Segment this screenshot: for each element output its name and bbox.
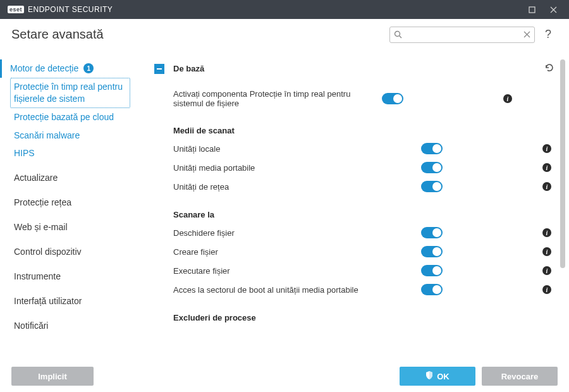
toggle-boot-sector[interactable] xyxy=(421,284,443,295)
sidebar-item-hips[interactable]: HIPS xyxy=(10,144,150,162)
row-local-drives: Unități locale i xyxy=(150,139,556,158)
svg-rect-0 xyxy=(529,7,535,13)
search-field[interactable] xyxy=(389,27,535,43)
row-label: Unități media portabile xyxy=(173,163,421,173)
sidebar-item-user-interface[interactable]: Interfață utilizator xyxy=(10,292,150,310)
info-icon[interactable]: i xyxy=(542,228,551,237)
toggle-portable-media[interactable] xyxy=(421,162,443,173)
sidebar-item-label: Interfață utilizator xyxy=(14,296,82,306)
subheading-media: Medii de scanat xyxy=(150,112,556,139)
header: Setare avansată ? xyxy=(0,19,569,51)
section-title: De bază xyxy=(173,64,534,73)
row-boot-sector: Acces la sectorul de boot al unității me… xyxy=(150,280,556,299)
info-icon[interactable]: i xyxy=(542,163,551,172)
sidebar-item-tools[interactable]: Instrumente xyxy=(10,267,150,286)
help-button[interactable]: ? xyxy=(539,28,558,41)
collapse-toggle[interactable] xyxy=(154,64,164,74)
toggle-file-open[interactable] xyxy=(421,227,443,238)
toggle-file-exec[interactable] xyxy=(421,265,443,276)
undo-button[interactable] xyxy=(542,61,556,77)
sidebar-item-label: Instrumente xyxy=(14,271,61,281)
sidebar-item-label: Protecție bazată pe cloud xyxy=(14,112,114,122)
ok-label: OK xyxy=(437,372,450,381)
svg-point-3 xyxy=(395,32,400,37)
info-icon[interactable]: i xyxy=(542,182,551,191)
row-network-drives: Unități de rețea i xyxy=(150,177,556,196)
sidebar-item-label: HIPS xyxy=(14,148,35,158)
row-file-create: Creare fișier i xyxy=(150,242,556,261)
window-close-button[interactable] xyxy=(542,0,564,19)
sidebar: Motor de detecție 1 Protecție în timp re… xyxy=(0,51,150,360)
row-label: Acces la sectorul de boot al unității me… xyxy=(173,285,421,295)
search-icon xyxy=(390,30,405,39)
subheading-process-exclusions: Excluderi de procese xyxy=(150,299,556,326)
row-portable-media: Unități media portabile i xyxy=(150,158,556,177)
sidebar-item-label: Scanări malware xyxy=(14,130,80,140)
row-label: Unități locale xyxy=(173,144,421,154)
footer: Implicit OK Revocare xyxy=(0,360,569,392)
sidebar-item-network-protection[interactable]: Protecție rețea xyxy=(10,193,150,212)
brand: eset ENDPOINT SECURITY xyxy=(8,5,113,14)
sidebar-item-detection-engine[interactable]: Motor de detecție 1 xyxy=(0,59,150,78)
sidebar-item-label: Protecție în timp real pentru fișierele … xyxy=(14,82,123,104)
toggle-enable-realtime[interactable] xyxy=(382,93,403,104)
sidebar-item-label: Notificări xyxy=(14,321,48,331)
sidebar-item-device-control[interactable]: Control dispozitiv xyxy=(10,243,150,261)
badge: 1 xyxy=(83,63,94,73)
row-label: Unități de rețea xyxy=(173,182,421,192)
search-input[interactable] xyxy=(405,30,519,39)
row-label: Deschidere fișier xyxy=(173,228,421,238)
search-clear-button[interactable] xyxy=(519,31,534,38)
row-file-open: Deschidere fișier i xyxy=(150,223,556,242)
info-icon[interactable]: i xyxy=(542,144,551,153)
content-panel: De bază Activați componenta Protecție în… xyxy=(150,51,569,360)
sidebar-item-malware-scans[interactable]: Scanări malware xyxy=(10,126,150,145)
section-header-basic: De bază xyxy=(150,59,556,85)
subheading-scan-on: Scanare la xyxy=(150,196,556,223)
sidebar-item-cloud-protection[interactable]: Protecție bazată pe cloud xyxy=(10,108,150,126)
default-button[interactable]: Implicit xyxy=(11,367,94,386)
row-enable-realtime: Activați componenta Protecție în timp re… xyxy=(150,85,556,112)
shield-icon xyxy=(425,371,433,381)
scroll-thumb[interactable] xyxy=(560,59,565,268)
info-icon[interactable]: i xyxy=(542,285,551,294)
row-label: Activați componenta Protecție în timp re… xyxy=(173,89,382,108)
row-label: Executare fișier xyxy=(173,266,421,276)
eset-logo: eset xyxy=(8,6,24,13)
toggle-file-create[interactable] xyxy=(421,246,443,257)
product-name: ENDPOINT SECURITY xyxy=(28,5,113,14)
cancel-button[interactable]: Revocare xyxy=(482,367,558,386)
sidebar-item-label: Protecție rețea xyxy=(14,197,71,207)
sidebar-item-web-email[interactable]: Web și e-mail xyxy=(10,218,150,236)
info-icon[interactable]: i xyxy=(542,247,551,256)
page-title: Setare avansată xyxy=(11,27,389,42)
sidebar-item-label: Control dispozitiv xyxy=(14,247,82,257)
toggle-network-drives[interactable] xyxy=(421,181,443,192)
info-icon[interactable]: i xyxy=(503,94,512,103)
sidebar-item-label: Actualizare xyxy=(14,173,58,183)
titlebar: eset ENDPOINT SECURITY xyxy=(0,0,569,19)
scrollbar[interactable] xyxy=(560,59,565,357)
sidebar-item-label: Web și e-mail xyxy=(14,222,68,232)
ok-button[interactable]: OK xyxy=(400,367,475,386)
sidebar-item-label: Motor de detecție xyxy=(10,63,78,75)
svg-line-4 xyxy=(399,36,401,39)
sidebar-item-update[interactable]: Actualizare xyxy=(10,169,150,187)
window-maximize-button[interactable] xyxy=(521,0,542,19)
row-label: Creare fișier xyxy=(173,247,421,257)
sidebar-item-notifications[interactable]: Notificări xyxy=(10,317,150,335)
info-icon[interactable]: i xyxy=(542,266,551,275)
row-file-exec: Executare fișier i xyxy=(150,261,556,280)
sidebar-item-realtime-protection[interactable]: Protecție în timp real pentru fișierele … xyxy=(10,78,130,108)
toggle-local-drives[interactable] xyxy=(421,143,443,154)
minus-icon xyxy=(157,68,162,70)
